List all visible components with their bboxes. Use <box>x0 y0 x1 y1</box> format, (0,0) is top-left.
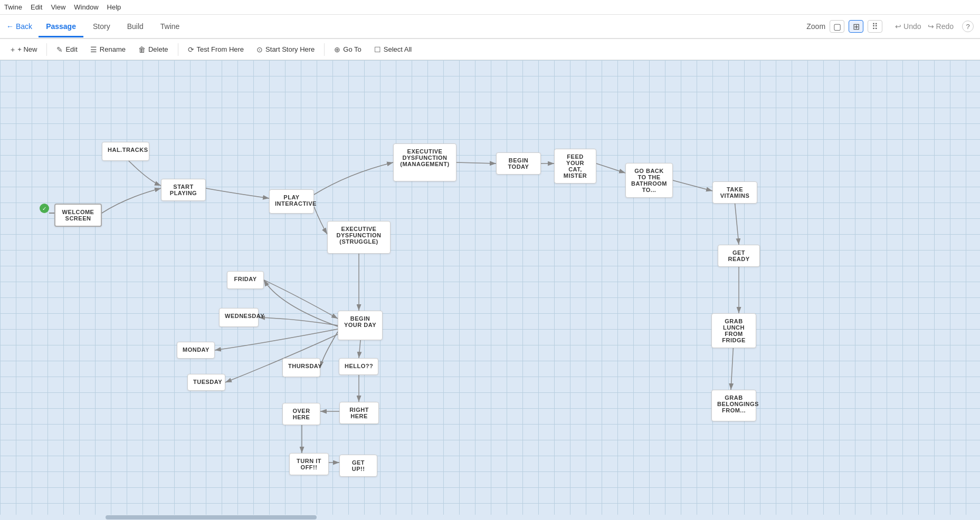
passage-right-here[interactable]: RIGHT HERE <box>339 402 379 424</box>
passage-exec-struggle[interactable]: EXECUTIVE DYSFUNCTION (STRUGGLE) <box>327 221 391 254</box>
passage-begin-your-day[interactable]: BEGIN YOUR DAY <box>338 311 383 340</box>
scroll-thumb[interactable] <box>106 515 317 519</box>
menu-edit[interactable]: Edit <box>31 3 42 11</box>
passage-start-playing[interactable]: START PLAYING <box>161 179 206 201</box>
back-arrow-icon: ← <box>6 22 14 31</box>
horizontal-scrollbar[interactable] <box>0 515 980 520</box>
start-label: Start Story Here <box>265 45 315 53</box>
selectall-button[interactable]: ☐ Select All <box>369 43 417 56</box>
zoom-label: Zoom <box>806 22 825 31</box>
rename-icon: ☰ <box>90 45 97 54</box>
tab-build[interactable]: Build <box>120 17 151 37</box>
undo-redo-area: ↩ Undo ↪ Redo <box>895 22 954 31</box>
edit-label: Edit <box>65 45 77 53</box>
passage-feed-cat[interactable]: FEED YOUR CAT, MISTER <box>554 149 596 184</box>
separator-2 <box>178 43 178 56</box>
passage-tuesday[interactable]: TUESDAY <box>187 374 225 391</box>
separator-3 <box>324 43 325 56</box>
zoom-large-button[interactable]: ⠿ <box>868 20 882 33</box>
zoom-medium-button[interactable]: ⊞ <box>849 20 863 33</box>
goto-label: Go To <box>343 45 361 53</box>
passage-thursday[interactable]: THURSDAY <box>282 358 320 377</box>
menu-view[interactable]: View <box>51 3 65 11</box>
zoom-area: Zoom ▢ ⊞ ⠿ ↩ Undo ↪ Redo ? <box>806 20 974 33</box>
passage-grab-belongings[interactable]: GRAB BELONGINGS FROM... <box>711 390 756 421</box>
goto-icon: ⊕ <box>334 45 340 54</box>
passage-grab-lunch-fridge[interactable]: GRAB LUNCH FROM FRIDGE <box>711 313 756 348</box>
delete-icon: 🗑 <box>138 45 146 54</box>
passage-friday[interactable]: FRIDAY <box>227 271 264 289</box>
toolbar: + + New ✎ Edit ☰ Rename 🗑 Delete ⟳ Test … <box>0 39 980 60</box>
passage-wednesday[interactable]: WEDNESDAY <box>219 308 259 327</box>
goto-button[interactable]: ⊕ Go To <box>329 43 366 56</box>
passage-hello[interactable]: HELLO?? <box>339 358 378 375</box>
passage-take-vitamins[interactable]: TAKE VITAMINS <box>712 181 757 204</box>
rename-label: Rename <box>100 45 126 53</box>
zoom-small-button[interactable]: ▢ <box>830 20 844 33</box>
passage-get-up[interactable]: GET UP!! <box>339 455 377 477</box>
passage-turn-it-off[interactable]: TURN IT OFF!! <box>289 453 329 475</box>
passage-get-ready[interactable]: GET READY <box>718 245 760 267</box>
passage-welcome-screen[interactable]: welcome screen <box>54 204 102 227</box>
arrows-overlay <box>0 60 980 520</box>
menu-twine[interactable]: Twine <box>4 3 22 11</box>
passage-go-back-bathroom[interactable]: GO BACK TO THE BATHROOM TO... <box>625 163 673 198</box>
selectall-label: Select All <box>384 45 412 53</box>
start-icon: ⊙ <box>256 45 263 54</box>
passage-exec-mgmt[interactable]: EXECUTIVE DYSFUNCTION (MANAGEMENT) <box>393 143 456 181</box>
delete-button[interactable]: 🗑 Delete <box>133 43 174 56</box>
tab-twine[interactable]: Twine <box>153 17 187 37</box>
menubar: Twine Edit View Window Help <box>0 0 980 15</box>
selectall-icon: ☐ <box>374 45 381 54</box>
edit-icon: ✎ <box>56 45 63 54</box>
passage-begin-today[interactable]: BEGIN TODAY <box>496 152 541 175</box>
passage-over-here[interactable]: OVER HERE <box>282 403 320 425</box>
passage-hal-tracks[interactable]: hal.tracks <box>102 142 149 161</box>
separator-1 <box>46 43 47 56</box>
delete-label: Delete <box>148 45 168 53</box>
back-label: Back <box>16 22 32 31</box>
test-button[interactable]: ⟳ Test From Here <box>183 43 250 56</box>
tabbar: ← Back Passage Story Build Twine Zoom ▢ … <box>0 15 980 39</box>
menu-help[interactable]: Help <box>107 3 121 11</box>
back-button[interactable]: ← Back <box>6 22 32 31</box>
plus-icon: + <box>11 45 15 54</box>
undo-button[interactable]: ↩ Undo <box>895 22 921 31</box>
start-indicator: ✓ <box>40 204 49 213</box>
new-button[interactable]: + + New <box>5 43 42 56</box>
story-canvas[interactable]: hal.tracks✓welcome screenSTART PLAYINGPL… <box>0 60 980 520</box>
help-button[interactable]: ? <box>962 21 974 32</box>
passage-play-interactive[interactable]: PLAY INTERACTIVE <box>269 189 314 214</box>
tab-passage[interactable]: Passage <box>39 17 83 37</box>
edit-button[interactable]: ✎ Edit <box>51 43 82 56</box>
start-story-button[interactable]: ⊙ Start Story Here <box>251 43 320 56</box>
tab-story[interactable]: Story <box>85 17 118 37</box>
rename-button[interactable]: ☰ Rename <box>85 43 131 56</box>
test-icon: ⟳ <box>188 45 194 54</box>
start-line <box>49 213 54 214</box>
menu-window[interactable]: Window <box>74 3 98 11</box>
test-label: Test From Here <box>197 45 244 53</box>
passage-monday[interactable]: MONDAY <box>177 342 215 359</box>
new-label: + New <box>17 45 37 53</box>
redo-button[interactable]: ↪ Redo <box>928 22 954 31</box>
